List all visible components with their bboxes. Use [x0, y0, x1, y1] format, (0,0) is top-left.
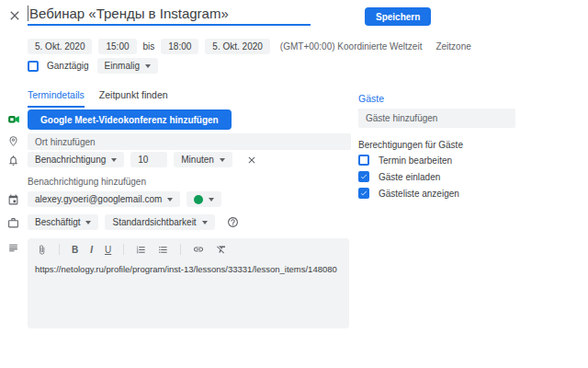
recurrence-value: Einmalig — [105, 61, 140, 71]
permission-row: Gästeliste anzeigen — [358, 188, 459, 199]
add-notification-button[interactable]: Benachrichtigung hinzufügen — [28, 177, 146, 187]
editor-toolbar: B I U — [28, 238, 349, 259]
busy-visibility-row: Beschäftigt Standardsichtbarkeit — [28, 214, 239, 230]
start-date-chip[interactable]: 5. Okt. 2020 — [28, 39, 92, 54]
add-meet-button[interactable]: Google Meet-Videokonferenz hinzufügen — [28, 109, 232, 130]
tab-find-time[interactable]: Zeitpunkt finden — [99, 89, 168, 108]
toolbar-divider — [123, 244, 124, 255]
insert-link-icon[interactable] — [193, 244, 204, 255]
bell-icon — [7, 155, 22, 167]
notification-minutes-input[interactable]: 10 — [130, 152, 167, 167]
chevron-down-icon — [167, 198, 173, 201]
permission-label: Termin bearbeiten — [379, 155, 452, 166]
allday-row: Ganztägig Einmalig — [28, 58, 158, 74]
allday-checkbox[interactable] — [28, 61, 39, 72]
attach-file-icon[interactable] — [37, 245, 47, 255]
notification-unit-value: Minuten — [181, 155, 214, 165]
text-cursor — [28, 6, 28, 21]
end-date-chip[interactable]: 5. Okt. 2020 — [205, 39, 269, 54]
bulleted-list-icon[interactable] — [158, 245, 168, 255]
save-button[interactable]: Speichern — [365, 7, 431, 26]
toolbar-divider — [180, 244, 181, 255]
location-input[interactable] — [28, 133, 351, 150]
toolbar-divider — [59, 244, 60, 255]
permission-checkbox-invite-guests[interactable] — [358, 171, 369, 182]
event-edit-page: Вебинар «Тренды в Instagram» Speichern 5… — [0, 0, 588, 368]
timezone-info: (GMT+00:00) Koordinierte Weltzeit — [280, 41, 423, 52]
chevron-down-icon — [220, 158, 225, 162]
chevron-down-icon — [209, 198, 214, 201]
calendar-select-dropdown[interactable]: alexey.gyoeri@googlemail.com — [28, 191, 180, 207]
timezone-link[interactable]: Zeitzone — [435, 41, 470, 52]
end-time-chip[interactable]: 18:00 — [161, 39, 198, 54]
description-icon — [7, 242, 22, 254]
help-icon[interactable] — [227, 216, 239, 228]
notification-row: Benachrichtigung 10 Minuten — [28, 152, 257, 167]
recurrence-dropdown[interactable]: Einmalig — [97, 58, 158, 74]
event-title-input[interactable]: Вебинар «Тренды в Instagram» — [28, 6, 311, 26]
permission-row: Termin bearbeiten — [358, 155, 459, 166]
chevron-down-icon — [111, 158, 117, 162]
permission-label: Gästeliste anzeigen — [379, 189, 459, 199]
notification-unit-dropdown[interactable]: Minuten — [174, 152, 232, 167]
visibility-dropdown[interactable]: Standardsichtbarkeit — [105, 214, 214, 230]
visibility-value: Standardsichtbarkeit — [112, 217, 196, 227]
start-time-chip[interactable]: 15:00 — [98, 39, 136, 54]
event-title-text: Вебинар «Тренды в Instagram» — [29, 6, 229, 21]
underline-button[interactable]: U — [105, 245, 111, 255]
meet-icon — [7, 113, 22, 126]
numbered-list-icon[interactable] — [136, 245, 146, 255]
bold-button[interactable]: B — [72, 245, 78, 255]
guest-permissions-list: Termin bearbeiten Gäste einladen Gästeli… — [358, 155, 459, 199]
chevron-down-icon — [145, 64, 151, 68]
notification-type-value: Benachrichtigung — [35, 155, 106, 165]
left-tabs: Termindetails Zeitpunkt finden — [28, 89, 168, 108]
allday-label: Ganztägig — [47, 61, 89, 71]
chevron-down-icon — [85, 221, 91, 224]
permission-label: Gäste einladen — [379, 172, 440, 182]
until-label: bis — [143, 41, 155, 52]
datetime-row: 5. Okt. 2020 15:00 bis 18:00 5. Okt. 202… — [28, 39, 471, 54]
permission-checkbox-see-guest-list[interactable] — [358, 188, 369, 199]
calendar-row: alexey.gyoeri@googlemail.com — [28, 191, 221, 207]
location-pin-icon — [7, 135, 22, 147]
notification-type-dropdown[interactable]: Benachrichtigung — [28, 152, 124, 167]
calendar-select-value: alexey.gyoeri@googlemail.com — [35, 194, 162, 204]
chevron-down-icon — [202, 221, 208, 224]
briefcase-icon — [7, 217, 22, 229]
description-text[interactable]: https://netology.ru/profile/program/inst… — [28, 259, 349, 280]
event-color-dropdown[interactable] — [187, 191, 221, 207]
busy-status-value: Beschäftigt — [35, 217, 80, 227]
clear-formatting-icon[interactable] — [216, 244, 227, 255]
remove-notification-icon[interactable] — [246, 155, 257, 166]
permission-row: Gäste einladen — [358, 171, 459, 182]
permission-checkbox-edit-event[interactable] — [358, 155, 369, 166]
event-color-swatch — [194, 195, 203, 204]
add-guests-input[interactable] — [358, 109, 515, 128]
calendar-icon — [7, 194, 22, 206]
close-icon[interactable] — [7, 8, 22, 23]
guest-permissions-title: Berechtigungen für Gäste — [358, 140, 463, 150]
busy-status-dropdown[interactable]: Beschäftigt — [28, 214, 98, 230]
tab-event-details[interactable]: Termindetails — [28, 89, 85, 108]
description-editor: B I U https://netology.ru/profile/progra… — [28, 238, 349, 328]
italic-button[interactable]: I — [90, 245, 93, 255]
